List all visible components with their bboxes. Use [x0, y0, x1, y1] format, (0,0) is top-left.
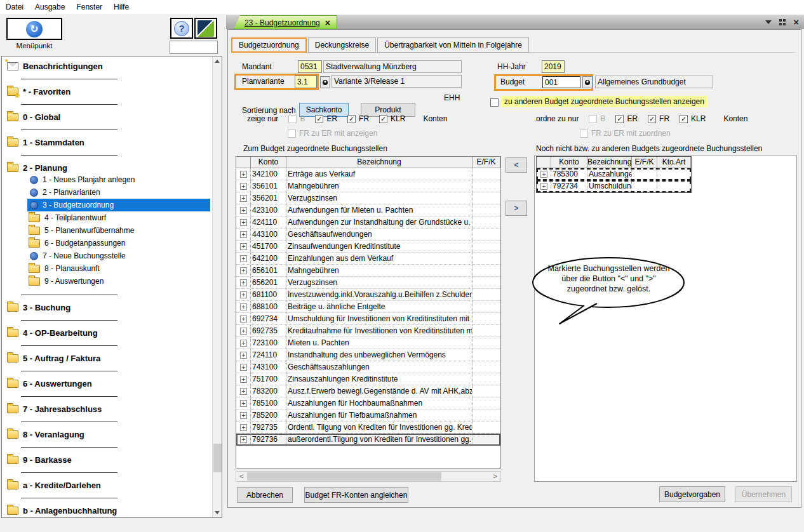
scroll-down-icon[interactable]	[215, 511, 220, 514]
sidebar-item[interactable]: 3 - Buchung	[2, 302, 212, 313]
table-row[interactable]: +785100Auszahlungen für Hochbaumaßnahmen	[236, 397, 500, 409]
expand-icon[interactable]: +	[240, 388, 247, 395]
table-row[interactable]: +656201Verzugszinsen	[236, 277, 500, 289]
expand-icon[interactable]: +	[240, 352, 247, 359]
column-header[interactable]: E/F/K	[632, 157, 657, 168]
sidebar-item[interactable]: 4 - Teilplanentwurf	[27, 211, 210, 224]
table-row[interactable]: +785200Auszahlungen für Tiefbaumaßnahmen	[236, 409, 500, 422]
sidebar-item[interactable]: 4 - OP-Bearbeitung	[2, 327, 212, 338]
expand-icon[interactable]: +	[240, 400, 247, 407]
expand-icon[interactable]: +	[240, 436, 247, 443]
checkbox-icon[interactable]: ✓	[648, 115, 656, 123]
sidebar-item[interactable]: 7 - Neue Buchungsstelle	[27, 249, 210, 262]
column-header[interactable]: Kto.Art	[657, 157, 691, 168]
budgetvorgaben-button[interactable]: Budgetvorgaben	[659, 486, 725, 502]
expand-icon[interactable]: +	[240, 195, 247, 202]
table-row[interactable]: +642100Einzahlungen aus dem Verkauf	[236, 253, 500, 265]
abbrechen-button[interactable]: Abbrechen	[237, 487, 293, 503]
checkbox-er[interactable]: ✓ER	[315, 114, 337, 123]
assign-button[interactable]: <	[506, 157, 527, 173]
budget-fr-konten-button[interactable]: Budget FR-Konten angleichen	[304, 487, 408, 503]
assigned-table[interactable]: KontoBezeichnungE/F/K+342100Erträge aus …	[236, 156, 501, 469]
checkbox-b[interactable]: B	[589, 114, 605, 123]
tab-budgetzuordnung[interactable]: Budgetzuordnung	[231, 37, 307, 53]
column-header[interactable]: Konto	[251, 157, 286, 168]
checkbox-b[interactable]: B	[288, 114, 305, 123]
expand-icon[interactable]: +	[240, 376, 247, 383]
scroll-right-icon[interactable]: >	[490, 472, 500, 481]
expand-icon[interactable]: +	[540, 171, 547, 178]
table-row[interactable]: +792734Umschuldung v	[537, 180, 691, 192]
table-row[interactable]: +723100Mieten u. Pachten	[236, 337, 500, 349]
checkbox-icon[interactable]	[580, 130, 588, 138]
sidebar-item[interactable]: ★* - Favoriten	[2, 86, 212, 97]
document-tab[interactable]: 23 - Budgetzuordnung ×	[234, 15, 337, 29]
sidebar-item[interactable]: 5 - Planentwurfübernahme	[27, 224, 210, 237]
table-row[interactable]: +656101Mahngebühren	[236, 265, 500, 277]
expand-icon[interactable]: +	[240, 279, 247, 286]
budget-lookup-button[interactable]	[582, 76, 593, 88]
checkbox-klr[interactable]: ✓KLR	[680, 114, 706, 123]
sidebar-item[interactable]: 7 - Jahresabschluss	[2, 403, 212, 415]
expand-icon[interactable]: +	[240, 207, 247, 214]
sidebar-item[interactable]: 6 - Budgetanpassungen	[27, 237, 210, 249]
expand-icon[interactable]: +	[240, 412, 247, 419]
expand-icon[interactable]: +	[240, 303, 247, 310]
checkbox-icon[interactable]: ✓	[680, 115, 688, 123]
checkbox-icon[interactable]: ✓	[379, 115, 387, 123]
expand-icon[interactable]: +	[240, 219, 247, 226]
uebernehmen-button[interactable]: Übernehmen	[735, 486, 792, 502]
sidebar-item[interactable]: 9 - Barkasse	[2, 454, 212, 465]
column-header[interactable]: Bezeichnung	[587, 157, 632, 168]
sidebar-item[interactable]: 8 - Planauskunft	[27, 262, 210, 275]
expand-icon[interactable]: +	[240, 183, 247, 190]
expand-icon[interactable]: +	[240, 171, 247, 178]
table-row[interactable]: +792736außerordentl.Tilgung von Krediten…	[236, 434, 500, 446]
tab-deckungskreise[interactable]: Deckungskreise	[308, 37, 376, 53]
window-list-dropdown-icon[interactable]	[765, 20, 772, 24]
table-row[interactable]: +743100Geschäftsauszahlungen	[236, 361, 500, 373]
menu-fenster[interactable]: Fenster	[70, 1, 108, 13]
menu-hilfe[interactable]: Hilfe	[108, 1, 135, 13]
checkbox-icon[interactable]	[288, 130, 296, 138]
sidebar-item[interactable]: 9 - Auswertungen	[27, 275, 210, 288]
sidebar-item[interactable]: 3 - Budgetzuordnung	[27, 199, 210, 211]
table-row[interactable]: +356101Mahngebühren	[236, 180, 500, 192]
table-row[interactable]: +692734Umschuldung für Investitionen von…	[236, 313, 500, 325]
checkbox-fr[interactable]: ✓FR	[648, 114, 669, 123]
expand-icon[interactable]: +	[240, 231, 247, 238]
table-row[interactable]: +342100Erträge aus Verkauf	[236, 168, 500, 180]
unassigned-table[interactable]: KontoBezeichnungE/F/KKto.Art+785300Ausza…	[536, 156, 692, 193]
sidebar-item[interactable]: *Benachrichtigungen	[2, 60, 212, 72]
expand-icon[interactable]: +	[240, 267, 247, 274]
show-other-budgets-checkbox[interactable]	[490, 98, 499, 107]
expand-icon[interactable]: +	[240, 243, 247, 250]
menu-ausgabe[interactable]: Ausgabe	[29, 1, 70, 13]
scroll-left-icon[interactable]: <	[237, 472, 246, 481]
scrollbar-thumb[interactable]	[213, 444, 222, 472]
table-row[interactable]: +681100Investzuwendg.inkl.Vorauszahlg.u.…	[236, 289, 500, 301]
checkbox-icon[interactable]: ✓	[615, 115, 624, 123]
planvariante-lookup-button[interactable]	[320, 76, 330, 88]
table-row[interactable]: +792735Ordentl. Tilgung von Krediten für…	[236, 422, 500, 434]
checkbox-icon[interactable]	[288, 115, 297, 123]
checkbox-fr[interactable]: ✓FR	[347, 114, 369, 123]
tab-close-icon[interactable]: ×	[325, 19, 330, 27]
checkbox-icon[interactable]: ✓	[347, 115, 356, 123]
sidebar-item[interactable]: 0 - Global	[2, 111, 212, 123]
sidebar-item[interactable]: 1 - Neues Planjahr anlegen	[27, 173, 210, 186]
sidebar-item[interactable]: 6 - Auswertungen	[2, 378, 212, 389]
checkbox-icon[interactable]: ✓	[315, 115, 323, 123]
column-header[interactable]: E/F/K	[472, 157, 500, 168]
expand-icon[interactable]: +	[240, 328, 247, 335]
sidebar-item[interactable]: 8 - Veranlagung	[2, 429, 212, 440]
expand-icon[interactable]: +	[240, 340, 247, 347]
expand-icon[interactable]: +	[240, 291, 247, 298]
expand-icon[interactable]: +	[540, 183, 547, 190]
tile-windows-icon[interactable]	[779, 19, 782, 22]
sidebar-scrollbar[interactable]	[212, 57, 222, 517]
table-row[interactable]: +751700Zinsauszahlungen Kreditinstitute	[236, 373, 500, 385]
expand-icon[interactable]: +	[240, 316, 247, 323]
app-logo-button[interactable]	[194, 18, 217, 39]
table-row[interactable]: +443100Geschäftsaufwendungen	[236, 229, 500, 241]
